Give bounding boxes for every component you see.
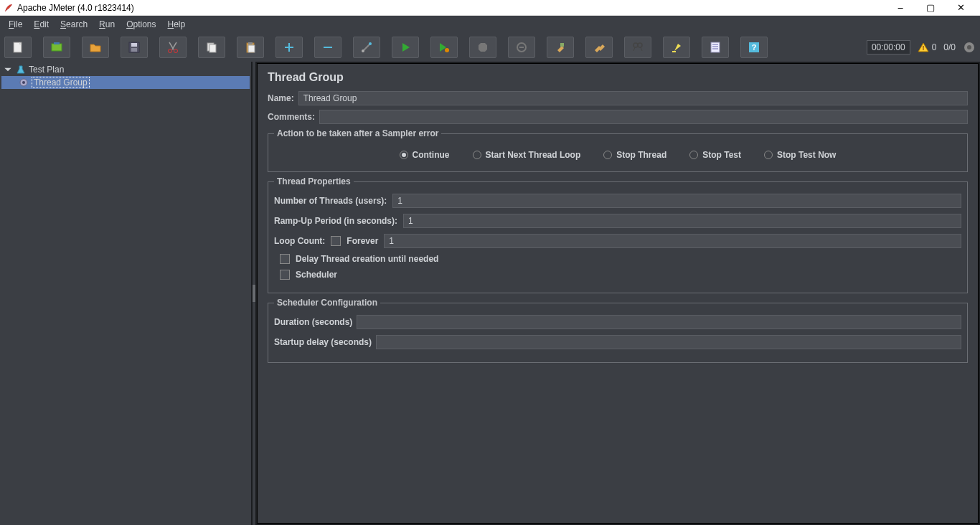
svg-rect-11 [248, 42, 253, 44]
menu-run[interactable]: Run [93, 18, 121, 31]
startup-delay-input[interactable] [376, 335, 961, 349]
splitter-handle[interactable] [253, 62, 255, 525]
reset-search-button[interactable] [663, 37, 690, 58]
menu-edit[interactable]: Edit [28, 18, 55, 31]
clear-all-button[interactable] [585, 37, 613, 58]
svg-rect-2 [54, 42, 60, 44]
maximize-button[interactable]: ▢ [915, 0, 946, 16]
tree-label-test-plan: Test Plan [29, 65, 64, 75]
menu-help[interactable]: Help [162, 18, 192, 31]
shutdown-button[interactable] [508, 37, 535, 58]
menu-file[interactable]: File [3, 18, 28, 31]
svg-point-18 [633, 43, 638, 47]
toggle-button[interactable] [353, 37, 380, 58]
svg-rect-20 [711, 42, 720, 52]
toolbar: ? 00:00:00 ! 0 0/0 [0, 33, 980, 62]
expand-button[interactable] [275, 37, 303, 58]
svg-rect-9 [209, 44, 216, 52]
rampup-label: Ramp-Up Period (in seconds): [274, 216, 397, 226]
paste-button[interactable] [237, 37, 264, 58]
help-button[interactable]: ? [740, 37, 768, 58]
svg-rect-12 [248, 45, 255, 52]
close-button[interactable]: ✕ [946, 0, 976, 16]
minimize-button[interactable]: ‒ [885, 0, 915, 16]
copy-button[interactable] [198, 37, 225, 58]
comments-input[interactable] [319, 110, 968, 124]
name-input[interactable] [298, 91, 968, 105]
num-threads-label: Number of Threads (users): [274, 196, 387, 206]
forever-label: Forever [347, 236, 378, 246]
sampler-error-group: Action to be taken after a Sampler error… [268, 128, 968, 172]
svg-rect-17 [560, 43, 564, 47]
svg-point-27 [22, 81, 25, 84]
tree-node-test-plan[interactable]: Test Plan [1, 63, 250, 76]
editor-panel: Thread Group Name: Comments: Action to b… [255, 62, 980, 525]
collapse-button[interactable] [314, 37, 341, 58]
scheduler-legend: Scheduler Configuration [274, 298, 380, 308]
thread-properties-group: Thread Properties Number of Threads (use… [268, 176, 968, 293]
templates-button[interactable] [43, 37, 70, 58]
svg-rect-1 [52, 44, 62, 51]
svg-point-13 [369, 42, 372, 45]
expand-icon[interactable] [3, 65, 13, 75]
start-no-pause-button[interactable] [430, 37, 458, 58]
app-icon [4, 4, 13, 12]
num-threads-input[interactable] [392, 194, 961, 208]
radio-stop-now[interactable]: Stop Test Now [764, 150, 836, 160]
scheduler-label: Scheduler [296, 270, 337, 280]
search-tree-button[interactable] [624, 37, 651, 58]
loop-count-input[interactable] [384, 234, 961, 248]
start-button[interactable] [392, 37, 419, 58]
warnings-count: 0 [932, 42, 937, 52]
loop-count-label: Loop Count: [274, 236, 325, 246]
svg-text:?: ? [752, 43, 757, 52]
svg-text:!: ! [922, 44, 924, 52]
comments-label: Comments: [268, 112, 315, 122]
svg-rect-5 [131, 48, 137, 52]
scheduler-checkbox[interactable] [280, 270, 290, 280]
radio-continue[interactable]: Continue [400, 150, 450, 160]
radio-stop-test[interactable]: Stop Test [689, 150, 741, 160]
window-title: Apache JMeter (4.0 r1823414) [17, 3, 885, 13]
elapsed-timer: 00:00:00 [867, 40, 910, 55]
radio-stop-thread[interactable]: Stop Thread [603, 150, 666, 160]
svg-point-6 [169, 49, 172, 53]
beaker-icon [16, 65, 26, 75]
clear-button[interactable] [547, 37, 574, 58]
gear-icon [19, 77, 29, 88]
open-button[interactable] [82, 37, 109, 58]
menu-search[interactable]: Search [55, 18, 93, 31]
function-helper-button[interactable] [702, 37, 729, 58]
tree-label-thread-group: Thread Group [32, 77, 90, 88]
radio-start-next[interactable]: Start Next Thread Loop [473, 150, 581, 160]
duration-label: Duration (seconds) [274, 317, 352, 327]
warning-icon: ! [918, 42, 929, 53]
menu-options[interactable]: Options [121, 18, 161, 31]
save-button[interactable] [121, 37, 148, 58]
scheduler-config-group: Scheduler Configuration Duration (second… [268, 298, 968, 363]
duration-input[interactable] [357, 315, 961, 329]
svg-point-7 [174, 49, 178, 53]
delay-checkbox[interactable] [280, 254, 290, 264]
forever-checkbox[interactable] [331, 236, 341, 246]
startup-delay-label: Startup delay (seconds) [274, 337, 372, 347]
thread-props-legend: Thread Properties [274, 176, 354, 186]
name-label: Name: [268, 93, 294, 103]
delay-label: Delay Thread creation until needed [296, 254, 438, 264]
warnings-indicator[interactable]: ! 0 [918, 42, 937, 53]
svg-point-25 [967, 45, 971, 49]
window-titlebar: Apache JMeter (4.0 r1823414) ‒ ▢ ✕ [0, 0, 980, 16]
svg-point-19 [638, 43, 642, 47]
svg-point-14 [362, 49, 364, 52]
test-plan-tree[interactable]: Test Plan Thread Group [0, 62, 253, 525]
tree-node-thread-group[interactable]: Thread Group [1, 76, 250, 89]
cut-button[interactable] [159, 37, 187, 58]
new-button[interactable] [4, 37, 32, 58]
sampler-error-legend: Action to be taken after a Sampler error [274, 128, 441, 138]
active-threads: 0/0 [943, 42, 956, 52]
panel-title: Thread Group [268, 71, 968, 84]
threads-icon [963, 41, 976, 54]
rampup-input[interactable] [403, 214, 961, 228]
svg-point-15 [445, 48, 449, 52]
stop-button[interactable] [469, 37, 496, 58]
